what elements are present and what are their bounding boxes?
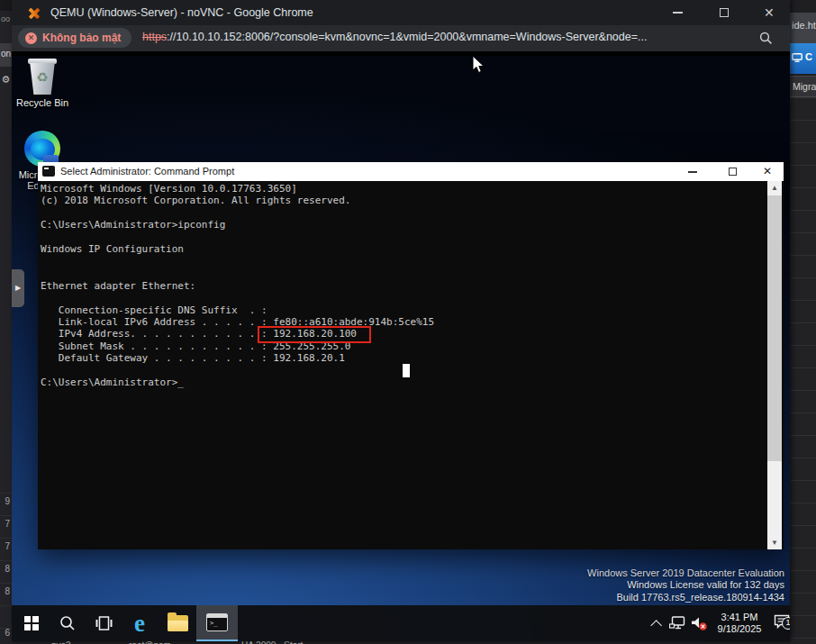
window-title: QEMU (Windows-Server) - noVNC - Google C… [50,6,313,19]
migrate-button[interactable]: Migrat [790,76,816,97]
text-cursor [403,364,410,377]
internet-explorer-button[interactable]: e [123,605,156,641]
volume-muted-icon [691,616,708,631]
tray-clock[interactable]: 3:41 PM9/18/2025 [711,605,768,641]
tray-chevron-button[interactable] [642,605,666,641]
maximize-icon[interactable] [720,8,729,17]
command-prompt-window[interactable]: Select Administrator: Command Prompt ✕ M… [38,162,784,549]
mouse-cursor [472,55,485,75]
task-view-icon [95,616,113,630]
chrome-titlebar[interactable]: QEMU (Windows-Server) - noVNC - Google C… [12,0,790,25]
scrollbar-thumb[interactable] [767,195,782,461]
screen: oo on ⚙ 9 7 7 8 8 6 ide.ht C Migrat pve2… [0,0,816,644]
chrome-window: QEMU (Windows-Server) - noVNC - Google C… [12,0,790,641]
task-row-number: 7 [5,519,10,529]
cmd-icon [42,166,55,177]
security-badge[interactable]: ✕ Không bảo mật [18,28,131,48]
notification-badge: 1 [782,617,790,630]
console-output: Microsoft Windows [Version 10.0.17763.36… [41,183,434,389]
ip-highlight-box [258,326,371,343]
search-icon [59,615,76,631]
novnc-logo-icon [27,5,41,20]
recycle-bin-label: Recycle Bin [12,97,73,108]
background-left-header [0,0,12,11]
windows-taskbar: e [12,605,790,641]
recycle-bin-desktop-icon[interactable]: ♻ Recycle Bin [12,59,73,108]
network-icon [669,616,686,630]
chrome-address-bar: ✕ Không bảo mật https://10.10.10.152:800… [12,25,790,51]
cmd-minimize-icon[interactable] [688,171,697,173]
windows-desktop[interactable]: ♻ Recycle Bin Microsoft Edge Select Admi… [12,56,790,641]
recycle-bin-icon: ♻ [27,59,58,95]
background-left-panel: oo on ⚙ 9 7 7 8 8 6 [0,0,12,644]
scroll-up-icon[interactable]: ▲ [767,181,782,195]
task-view-button[interactable] [87,605,120,641]
task-row-number: 6 [5,628,10,638]
close-icon[interactable]: ✕ [764,5,775,21]
volume-tray-button[interactable] [687,605,711,641]
recycle-glyph: ♻ [27,69,58,86]
task-row-number: 9 [5,496,10,506]
tray-date: 9/18/2025 [718,623,762,635]
url-text[interactable]: https://10.10.10.152:8006/?console=kvm&n… [142,31,647,43]
console-button[interactable]: C [790,43,816,74]
windows-logo-icon [24,616,39,630]
novnc-handle[interactable]: ▶ [12,269,24,307]
watermark-line: Windows Server 2019 Datacenter Evaluatio… [587,567,784,580]
task-row-number: 7 [5,541,10,551]
gear-icon: ⚙ [0,74,12,86]
monitor-icon [792,53,802,62]
background-right-table [790,97,816,644]
search-zoom-icon[interactable] [759,32,773,45]
start-button[interactable] [15,605,48,641]
url-scheme: https [142,31,167,43]
cmd-title: Select Administrator: Command Prompt [60,166,234,177]
watermark-line: Build 17763.rs5_release.180914-1434 [587,592,784,604]
task-row-number: 8 [5,586,10,596]
internet-explorer-icon: e [134,612,145,635]
cmd-titlebar[interactable]: Select Administrator: Command Prompt ✕ [38,162,784,181]
chevron-up-icon [650,620,662,631]
action-center-button[interactable]: 1 [768,605,790,641]
license-watermark: Windows Server 2019 Datacenter Evaluatio… [587,567,784,604]
cmd-scrollbar[interactable]: ▲ ▼ [767,181,782,549]
background-tab-text: ide.ht [790,13,816,43]
tray-time: 3:41 PM [718,612,762,623]
vnc-viewport[interactable]: ♻ Recycle Bin Microsoft Edge Select Admi… [12,51,790,641]
cmd-console[interactable]: Microsoft Windows [Version 10.0.17763.36… [38,181,784,549]
background-left-row: on [0,43,12,67]
cmd-taskbar-icon [206,613,228,631]
file-explorer-button[interactable] [161,605,194,641]
cmd-taskbar-button-active[interactable] [196,605,238,641]
console-button-label: C [805,51,812,62]
url-rest: ://10.10.10.152:8006/?console=kvm&novnc=… [167,31,647,43]
cmd-maximize-icon[interactable] [729,168,737,176]
not-secure-icon: ✕ [25,32,37,44]
watermark-line: Windows License valid for 132 days [587,579,784,592]
network-tray-button[interactable] [666,605,689,641]
task-row-number: 8 [5,564,10,574]
taskbar-search-button[interactable] [51,605,84,641]
cmd-close-icon[interactable]: ✕ [763,165,772,177]
background-left-text: oo [1,14,10,23]
scroll-down-icon[interactable]: ▼ [767,536,782,549]
file-explorer-icon [168,615,188,631]
background-right-panel: ide.ht C Migrat [790,0,816,644]
minimize-icon[interactable] [673,12,683,14]
security-badge-label: Không bảo mật [42,32,121,44]
